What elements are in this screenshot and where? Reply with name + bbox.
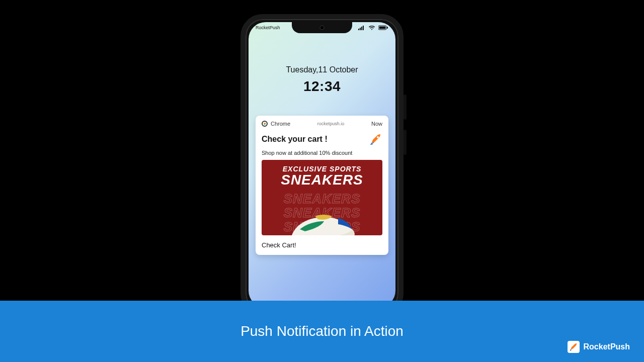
notification-title: Check your cart ! bbox=[262, 135, 328, 144]
promo-ghost-text: SNEAKERS bbox=[262, 191, 382, 207]
notification-timestamp: Now bbox=[371, 121, 382, 127]
notification-header: Chrome rocketpush.io Now bbox=[262, 121, 382, 127]
svg-rect-1 bbox=[360, 28, 361, 30]
push-notification-card[interactable]: Chrome rocketpush.io Now Check your cart… bbox=[256, 116, 388, 255]
notification-subtitle: Shop now at additional 10% discount bbox=[262, 150, 382, 156]
brand-logo-icon bbox=[568, 341, 580, 353]
promo-line2: SNEAKERS bbox=[281, 173, 363, 187]
svg-rect-5 bbox=[379, 27, 386, 29]
battery-icon bbox=[378, 25, 388, 30]
svg-rect-0 bbox=[358, 29, 359, 30]
notification-action[interactable]: Check Cart! bbox=[262, 241, 382, 249]
svg-rect-3 bbox=[363, 26, 364, 30]
sneaker-illustration bbox=[282, 210, 362, 235]
signal-icon bbox=[358, 25, 365, 30]
svg-rect-6 bbox=[387, 27, 388, 29]
lock-time: 12:34 bbox=[249, 78, 395, 95]
chrome-icon bbox=[262, 121, 268, 127]
notification-source: rocketpush.io bbox=[290, 121, 371, 126]
brand-lockup: RocketPush bbox=[568, 341, 630, 353]
notification-image: EXCLUSIVE SPORTS SNEAKERS SNEAKERS SNEAK… bbox=[262, 160, 382, 235]
footer-title: Push Notification in Action bbox=[240, 323, 404, 339]
footer-bar: Push Notification in Action RocketPush bbox=[0, 301, 644, 362]
rocket-icon bbox=[369, 133, 382, 146]
svg-point-7 bbox=[377, 136, 379, 138]
stage: RocketPush Tuesday,11 October 12:34 Chro… bbox=[0, 0, 644, 362]
notification-title-row: Check your cart ! bbox=[262, 133, 382, 146]
brand-name: RocketPush bbox=[584, 342, 630, 351]
status-icons bbox=[358, 25, 388, 30]
wifi-icon bbox=[368, 25, 375, 30]
phone-screen: RocketPush Tuesday,11 October 12:34 Chro… bbox=[249, 22, 395, 308]
phone-frame: RocketPush Tuesday,11 October 12:34 Chro… bbox=[240, 14, 404, 316]
carrier-label: RocketPush bbox=[256, 25, 280, 30]
svg-rect-2 bbox=[361, 27, 362, 30]
notification-app-label: Chrome bbox=[271, 121, 290, 127]
phone-notch bbox=[292, 22, 352, 33]
lock-date: Tuesday,11 October bbox=[249, 65, 395, 74]
